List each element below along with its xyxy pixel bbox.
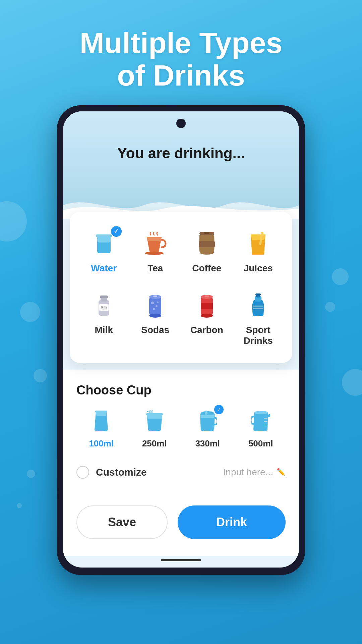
drink-item-juices[interactable]: Juices xyxy=(234,225,283,277)
drink-item-tea[interactable]: Tea xyxy=(131,225,180,277)
cup-section-title: Choose Cup xyxy=(76,383,286,397)
svg-point-18 xyxy=(156,305,158,307)
water-label: Water xyxy=(91,263,117,274)
sodas-icon xyxy=(145,293,165,318)
drink-item-coffee[interactable]: Coffee xyxy=(183,225,231,277)
svg-point-38 xyxy=(254,411,268,414)
sodas-label: Sodas xyxy=(141,325,169,335)
cup-500ml-label: 500ml xyxy=(248,438,273,449)
svg-rect-11 xyxy=(100,296,108,298)
cup-250ml-icon xyxy=(145,410,164,432)
cup-section: Choose Cup 100ml xyxy=(63,370,299,495)
milk-icon: Milk xyxy=(94,293,114,318)
save-button[interactable]: Save xyxy=(76,505,168,539)
home-indicator xyxy=(161,559,201,561)
app-header-title: You are drinking... xyxy=(76,145,286,162)
drink-grid: ✓ Water xyxy=(80,225,282,350)
customize-placeholder: Input here... xyxy=(223,467,273,478)
cup-330ml-icon-wrapper: ✓ xyxy=(194,408,221,434)
sport-icon xyxy=(248,293,268,318)
drink-button[interactable]: Drink xyxy=(178,505,286,539)
drink-item-sport[interactable]: Sport Drinks xyxy=(234,287,283,350)
carbon-icon-wrapper xyxy=(192,290,222,321)
sodas-icon-wrapper xyxy=(140,290,170,321)
milk-icon-wrapper: Milk xyxy=(89,290,119,321)
coffee-icon xyxy=(197,232,217,256)
svg-rect-26 xyxy=(205,296,209,297)
cup-item-330ml[interactable]: ✓ xyxy=(183,408,233,449)
customize-row: Customize Input here... ✏️ xyxy=(76,459,286,485)
milk-label: Milk xyxy=(95,325,113,335)
cup-100ml-icon-wrapper xyxy=(88,408,115,434)
svg-point-3 xyxy=(145,252,164,255)
water-icon xyxy=(94,232,114,256)
cup-330ml-label: 330ml xyxy=(195,438,220,449)
svg-rect-34 xyxy=(205,411,207,415)
coffee-label: Coffee xyxy=(192,263,221,274)
svg-rect-36 xyxy=(264,421,267,422)
svg-rect-29 xyxy=(255,293,261,296)
tea-label: Tea xyxy=(147,263,163,274)
action-buttons-area: Save Drink xyxy=(63,495,299,556)
svg-rect-6 xyxy=(204,232,209,234)
cup-500ml-icon xyxy=(251,410,270,432)
svg-point-20 xyxy=(157,302,159,303)
water-icon-wrapper: ✓ xyxy=(89,229,119,259)
cup-250ml-icon-wrapper xyxy=(141,408,168,434)
phone-screen: You are drinking... ✓ xyxy=(63,111,299,568)
svg-rect-30 xyxy=(253,306,263,307)
svg-point-8 xyxy=(261,232,263,234)
svg-point-24 xyxy=(201,314,213,318)
camera-hole xyxy=(176,119,186,128)
cup-grid: 100ml xyxy=(76,408,286,449)
drink-selector-card: ✓ Water xyxy=(70,212,292,363)
svg-rect-35 xyxy=(264,418,267,419)
edit-icon: ✏️ xyxy=(277,468,286,477)
sport-icon-wrapper xyxy=(243,290,273,321)
coffee-icon-wrapper xyxy=(192,229,222,259)
cup-330ml-icon xyxy=(198,410,217,432)
phone-frame: You are drinking... ✓ xyxy=(57,105,305,575)
svg-rect-2 xyxy=(96,234,112,237)
tea-icon xyxy=(143,232,167,256)
juices-label: Juices xyxy=(244,263,273,274)
drink-item-carbon[interactable]: Carbon xyxy=(183,287,231,350)
svg-text:Milk: Milk xyxy=(101,306,107,310)
juices-icon-wrapper xyxy=(243,229,273,259)
drink-item-milk[interactable]: Milk Milk xyxy=(80,287,128,350)
svg-rect-25 xyxy=(201,303,213,309)
svg-rect-37 xyxy=(264,425,267,425)
svg-rect-5 xyxy=(199,241,215,247)
customize-radio[interactable] xyxy=(76,466,89,479)
svg-rect-14 xyxy=(149,297,161,316)
cup-250ml-label: 250ml xyxy=(142,438,167,449)
svg-rect-31 xyxy=(253,308,263,309)
cup-500ml-icon-wrapper xyxy=(247,408,274,434)
cup-item-250ml[interactable]: 250ml xyxy=(130,408,180,449)
drink-item-sodas[interactable]: Sodas xyxy=(131,287,180,350)
customize-label: Customize xyxy=(96,467,147,478)
svg-point-19 xyxy=(153,308,155,310)
cup-item-500ml[interactable]: 500ml xyxy=(236,408,286,449)
svg-rect-33 xyxy=(146,413,163,415)
tea-icon-wrapper xyxy=(140,229,170,259)
svg-rect-21 xyxy=(153,296,157,297)
cup-330ml-check-icon: ✓ xyxy=(214,405,224,414)
cup-item-100ml[interactable]: 100ml xyxy=(76,408,126,449)
svg-rect-32 xyxy=(95,411,107,413)
juices-icon xyxy=(248,232,268,256)
customize-input-area[interactable]: Input here... ✏️ xyxy=(154,467,286,478)
drink-item-water[interactable]: ✓ Water xyxy=(80,225,128,277)
svg-point-16 xyxy=(149,314,161,318)
carbon-label: Carbon xyxy=(190,325,223,335)
svg-point-17 xyxy=(151,302,154,304)
water-check-icon: ✓ xyxy=(111,226,122,237)
cup-100ml-label: 100ml xyxy=(89,438,114,449)
page-title: Multiple Types of Drinks xyxy=(0,0,362,105)
cup-100ml-icon xyxy=(93,410,110,432)
carbon-icon xyxy=(197,293,217,318)
phone-mockup: You are drinking... ✓ xyxy=(0,105,362,575)
sport-label: Sport Drinks xyxy=(236,325,281,346)
